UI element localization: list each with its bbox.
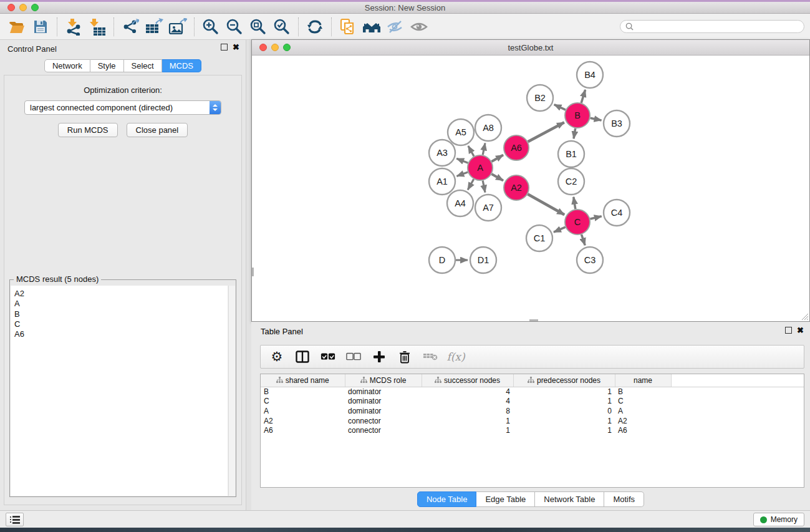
show-all-button[interactable] xyxy=(407,16,431,38)
result-item-c[interactable]: C xyxy=(14,319,228,329)
cell[interactable]: dominator xyxy=(345,406,422,416)
column-header-mcds-role[interactable]: MCDS role xyxy=(345,374,422,387)
import-table-button[interactable] xyxy=(85,16,109,38)
canvas-vscroll-mark[interactable] xyxy=(252,268,254,276)
create-column-button[interactable] xyxy=(372,349,387,364)
edge-C-C1[interactable] xyxy=(554,227,566,232)
cell[interactable]: 1 xyxy=(513,416,615,426)
new-network-from-selection-button[interactable] xyxy=(336,16,360,38)
table-row[interactable]: Bdominator41B xyxy=(261,387,804,397)
edge-A-A3[interactable] xyxy=(456,158,468,163)
first-neighbors-button[interactable] xyxy=(360,16,383,38)
cell[interactable]: A2 xyxy=(261,416,345,426)
export-network-button[interactable] xyxy=(118,16,142,38)
close-table-panel-icon[interactable]: ✖ xyxy=(797,327,804,334)
cell[interactable]: 1 xyxy=(513,397,615,407)
toggle-column-view-button[interactable] xyxy=(295,349,310,364)
tab-edge-table[interactable]: Edge Table xyxy=(476,491,535,507)
tab-network-table[interactable]: Network Table xyxy=(535,491,604,507)
delete-column-button[interactable] xyxy=(397,349,412,364)
edge-A-A7[interactable] xyxy=(483,181,485,193)
edge-B-B4[interactable] xyxy=(581,90,585,103)
save-session-button[interactable] xyxy=(29,16,52,38)
export-image-button[interactable] xyxy=(166,16,190,38)
cell[interactable]: B xyxy=(615,387,671,397)
cell[interactable]: 1 xyxy=(422,416,513,426)
table-row[interactable]: Cdominator41C xyxy=(261,397,804,407)
cell[interactable]: 1 xyxy=(422,425,513,435)
hide-selected-button[interactable] xyxy=(383,16,407,38)
result-scrollbar[interactable] xyxy=(228,286,235,496)
cell[interactable]: 1 xyxy=(513,387,615,397)
tab-select[interactable]: Select xyxy=(124,59,162,72)
edge-B-B2[interactable] xyxy=(554,105,566,110)
tab-style[interactable]: Style xyxy=(90,59,124,72)
edge-A-A8[interactable] xyxy=(483,143,485,155)
column-header-shared-name[interactable]: shared name xyxy=(261,374,345,387)
cell[interactable]: dominator xyxy=(345,387,422,397)
cell[interactable]: connector xyxy=(345,416,422,426)
cell[interactable]: A xyxy=(261,406,345,416)
memory-button[interactable]: Memory xyxy=(753,513,804,526)
refresh-view-button[interactable] xyxy=(303,16,327,38)
cell[interactable]: A xyxy=(615,406,671,416)
cell[interactable]: 4 xyxy=(422,387,513,397)
cell[interactable]: 1 xyxy=(513,425,615,435)
edge-A6-B[interactable] xyxy=(528,122,564,142)
select-all-rows-button[interactable] xyxy=(321,349,335,364)
edge-A-A5[interactable] xyxy=(468,146,474,157)
tab-node-table[interactable]: Node Table xyxy=(417,491,477,507)
run-mcds-button[interactable]: Run MCDS xyxy=(58,123,118,137)
cell[interactable]: A2 xyxy=(615,416,671,426)
cell[interactable]: connector xyxy=(345,425,422,435)
open-session-button[interactable] xyxy=(5,16,29,38)
search-box[interactable] xyxy=(620,20,804,33)
edge-B-B3[interactable] xyxy=(591,118,602,120)
edge-B-B1[interactable] xyxy=(574,128,576,139)
edge-A-A2[interactable] xyxy=(491,174,503,180)
export-table-button[interactable] xyxy=(142,16,166,38)
float-table-panel-icon[interactable] xyxy=(785,327,792,334)
edge-C-C3[interactable] xyxy=(582,235,586,245)
cell[interactable]: C xyxy=(261,397,345,407)
cell[interactable]: 4 xyxy=(422,397,513,407)
task-history-button[interactable] xyxy=(6,513,24,526)
cell[interactable]: 8 xyxy=(422,406,513,416)
zoom-in-button[interactable] xyxy=(199,16,223,38)
tab-mcds[interactable]: MCDS xyxy=(162,59,201,72)
table-row[interactable]: A6connector11A6 xyxy=(261,425,804,435)
tab-network[interactable]: Network xyxy=(44,59,90,72)
cell[interactable]: B xyxy=(261,387,345,397)
cell[interactable]: 0 xyxy=(513,406,615,416)
edge-A-A6[interactable] xyxy=(491,155,503,162)
edge-A2-C[interactable] xyxy=(528,194,564,215)
column-header-name[interactable]: name xyxy=(615,374,671,387)
search-input[interactable] xyxy=(637,22,799,31)
table-row[interactable]: Adominator80A xyxy=(261,406,804,416)
result-item-a6[interactable]: A6 xyxy=(14,329,228,339)
deselect-all-rows-button[interactable] xyxy=(346,349,361,364)
table-row[interactable]: A2connector11A2 xyxy=(261,416,804,426)
column-header-predecessor-nodes[interactable]: predecessor nodes xyxy=(513,374,615,387)
resize-handle-icon[interactable] xyxy=(800,312,809,321)
zoom-fit-button[interactable] xyxy=(246,16,270,38)
criterion-select[interactable]: largest connected component (directed) xyxy=(24,100,221,115)
edge-A-A4[interactable] xyxy=(468,179,474,190)
close-panel-icon[interactable]: ✖ xyxy=(233,44,239,51)
canvas-hscroll-mark[interactable] xyxy=(529,319,538,321)
cell[interactable]: A6 xyxy=(615,425,671,435)
zoom-out-button[interactable] xyxy=(223,16,246,38)
float-panel-icon[interactable] xyxy=(221,44,228,51)
import-network-button[interactable] xyxy=(62,16,85,38)
cell[interactable]: C xyxy=(615,397,671,407)
close-panel-button[interactable]: Close panel xyxy=(127,123,188,137)
tab-motifs[interactable]: Motifs xyxy=(604,491,644,507)
edge-A-A1[interactable] xyxy=(457,172,468,176)
table-settings-button[interactable]: ⚙ xyxy=(269,349,284,364)
edge-C-C4[interactable] xyxy=(590,216,601,219)
cell[interactable]: dominator xyxy=(345,397,422,407)
cell[interactable]: A6 xyxy=(261,425,345,435)
result-item-a[interactable]: A xyxy=(14,299,228,309)
result-item-a2[interactable]: A2 xyxy=(14,289,228,299)
network-canvas[interactable]: B4B2BB3B1A5A8A6A3AA1C2A2A4A7CC4C1C3DD1 xyxy=(252,56,809,321)
